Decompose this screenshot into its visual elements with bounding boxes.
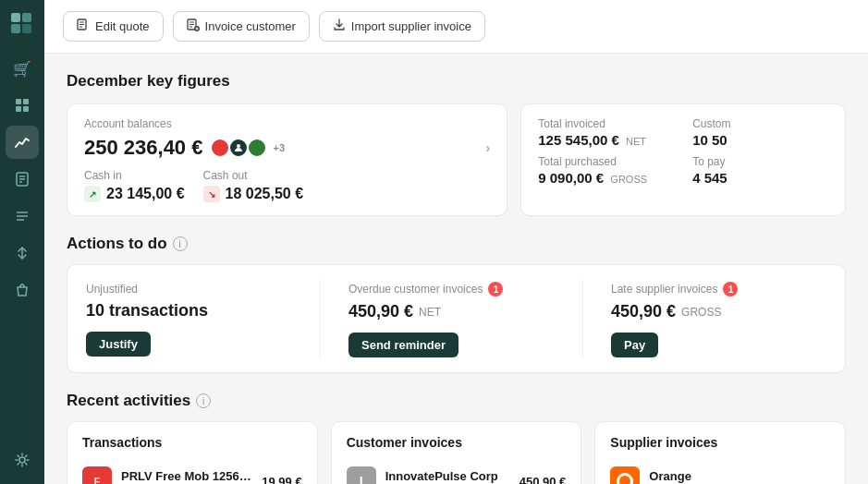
invoiced-card: Total invoiced 125 545,00 € NET Custom 1… [520, 103, 846, 216]
import-supplier-button[interactable]: Import supplier invoice [319, 11, 485, 42]
customer-invoices-card: Customer invoices I InnovatePulse Corp 7… [331, 421, 582, 484]
late-supplier-badge: Late supplier invoices 1 [611, 282, 738, 296]
account-balances-chevron[interactable]: › [486, 140, 491, 155]
recent-activities-row: Transactions F PRLV Free Mob 12566652 3 … [67, 421, 846, 484]
svg-rect-0 [11, 13, 20, 22]
sidebar-item-settings[interactable] [6, 443, 39, 477]
sidebar-item-list[interactable] [6, 200, 39, 233]
unjustified-label: Unjustified [86, 283, 138, 296]
edit-quote-label: Edit quote [95, 19, 150, 33]
tx-icon-1: F [82, 466, 112, 484]
avatar-more-badge: +3 [273, 142, 285, 153]
sidebar: 🛒 [0, 0, 44, 484]
cash-in-item: Cash in ↗ 23 145,00 € [84, 169, 185, 202]
total-invoiced-value: 125 545,00 € NET [538, 132, 674, 148]
ci-info-1: InnovatePulse Corp 7 Nov. 2023 [385, 469, 510, 485]
cash-out-value: ↘ 18 025,50 € [203, 186, 304, 202]
svg-rect-1 [22, 13, 31, 22]
svg-rect-2 [11, 24, 20, 33]
ci-name-1: InnovatePulse Corp [385, 469, 510, 483]
account-balances-value: 250 236,40 € +3 › [84, 136, 490, 160]
invoice-customer-icon [187, 18, 200, 34]
transactions-title: Transactions [82, 435, 302, 450]
toolbar: Edit quote Invoice customer [44, 0, 868, 54]
account-balances-card: Account balances 250 236,40 € +3 › [67, 103, 507, 216]
total-invoiced-label: Total invoiced [538, 117, 674, 130]
key-figures-title: December key figures [67, 72, 846, 91]
cash-out-item: Cash out ↘ 18 025,50 € [203, 169, 304, 202]
pay-button[interactable]: Pay [611, 333, 658, 357]
svg-point-16 [19, 457, 25, 463]
svg-rect-7 [23, 106, 29, 112]
to-pay-label: To pay [692, 155, 828, 168]
avatar-1 [210, 138, 230, 158]
content-area: December key figures Account balances 25… [44, 54, 868, 484]
edit-quote-icon [77, 18, 90, 34]
invoice-customer-button[interactable]: Invoice customer [173, 11, 310, 42]
recent-activities-title: Recent activities [67, 392, 190, 410]
import-supplier-icon [333, 18, 346, 34]
svg-rect-4 [16, 99, 21, 104]
cash-row: Cash in ↗ 23 145,00 € Cash out ↘ 18 025,… [84, 169, 490, 202]
total-purchased-label: Total purchased [538, 155, 674, 168]
supplier-invoice-item-1: Orange 7 Nov. 2023 [610, 461, 830, 484]
late-supplier-value: 450,90 € GROSS [611, 302, 826, 321]
customer-value: 10 50 [692, 132, 828, 148]
sidebar-item-transfer[interactable] [6, 236, 39, 270]
edit-quote-button[interactable]: Edit quote [63, 11, 164, 42]
unjustified-badge: Unjustified [86, 283, 138, 296]
supplier-invoices-card: Supplier invoices Orange 7 Nov. 2023 FM … [594, 421, 846, 484]
tx-name-1: PRLV Free Mob 12566652 [121, 469, 252, 483]
si-info-1: Orange 7 Nov. 2023 [649, 469, 830, 485]
to-pay-item: To pay 4 545 [692, 155, 828, 186]
actions-info-icon[interactable]: i [173, 236, 188, 251]
overdue-label: Overdue customer invoices [348, 283, 483, 296]
si-icon-1 [610, 466, 640, 484]
send-reminder-button[interactable]: Send reminder [348, 333, 458, 357]
customer-invoice-item-1: I InnovatePulse Corp 7 Nov. 2023 450,90 … [347, 461, 567, 484]
sidebar-item-cart[interactable]: 🛒 [6, 52, 39, 85]
cash-in-label: Cash in [84, 169, 185, 182]
main-content: Edit quote Invoice customer [44, 0, 868, 484]
overdue-notification: 1 [488, 282, 503, 296]
unjustified-section: Unjustified 10 transactions Justify [86, 280, 321, 357]
to-pay-value: 4 545 [692, 170, 828, 186]
tx-info-1: PRLV Free Mob 12566652 3 Nov. 2023 [121, 469, 252, 485]
sidebar-item-chart[interactable] [6, 126, 39, 159]
import-supplier-label: Import supplier invoice [351, 19, 471, 33]
cash-in-trend-icon: ↗ [84, 186, 101, 202]
sidebar-item-grid[interactable] [6, 89, 39, 122]
ci-icon-1: I [347, 466, 376, 484]
tx-amount-1: 19,99 € [262, 475, 301, 485]
svg-rect-6 [16, 106, 21, 112]
cash-out-label: Cash out [203, 169, 304, 182]
unjustified-count: 10 transactions [86, 301, 301, 321]
overdue-value: 450,90 € NET [348, 302, 564, 321]
recent-activities-header: Recent activities i [67, 392, 846, 410]
sidebar-item-invoice[interactable] [6, 163, 39, 196]
recent-activities-info-icon[interactable]: i [196, 393, 211, 408]
si-name-1: Orange [649, 469, 830, 483]
total-purchased-value: 9 090,00 € GROSS [538, 170, 674, 186]
actions-title: Actions to do [67, 235, 167, 253]
supplier-invoices-title: Supplier invoices [610, 435, 830, 450]
late-supplier-section: Late supplier invoices 1 450,90 € GROSS … [583, 280, 826, 357]
sidebar-item-bag[interactable] [6, 273, 39, 307]
justify-button[interactable]: Justify [86, 332, 151, 357]
transaction-item-1: F PRLV Free Mob 12566652 3 Nov. 2023 19,… [82, 461, 302, 484]
customer-invoices-title: Customer invoices [347, 435, 567, 450]
overdue-badge: Overdue customer invoices 1 [348, 282, 503, 296]
sidebar-logo [6, 7, 39, 41]
customer-label: Custom [692, 117, 828, 130]
customer-item: Custom 10 50 [692, 117, 828, 148]
account-balances-label: Account balances [84, 117, 490, 130]
avatar-2 [228, 138, 249, 158]
total-invoiced-item: Total invoiced 125 545,00 € NET [538, 117, 674, 148]
overdue-invoices-section: Overdue customer invoices 1 450,90 € NET… [321, 280, 583, 357]
invoice-customer-label: Invoice customer [205, 19, 296, 33]
transactions-card: Transactions F PRLV Free Mob 12566652 3 … [67, 421, 318, 484]
late-supplier-notification: 1 [723, 282, 738, 296]
cash-out-trend-icon: ↘ [203, 186, 220, 202]
key-figures-row: Account balances 250 236,40 € +3 › [67, 103, 846, 216]
total-purchased-item: Total purchased 9 090,00 € GROSS [538, 155, 674, 186]
